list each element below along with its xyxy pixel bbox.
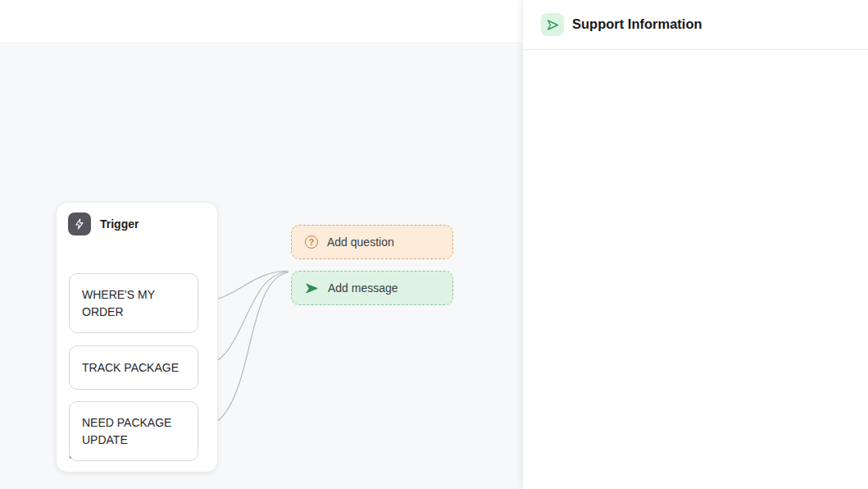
keyword-chip-wheres-my-order[interactable]: WHERE'S MY ORDER (69, 273, 198, 333)
trigger-header: Trigger (68, 213, 139, 235)
keyword-chip-track-package[interactable]: TRACK PACKAGE (69, 345, 198, 390)
send-icon (541, 13, 564, 36)
keyword-chip-need-package-update[interactable]: NEED PACKAGE UPDATE (69, 401, 198, 461)
add-message-label: Add message (328, 281, 398, 295)
add-message-button[interactable]: Add message (291, 271, 453, 305)
trigger-title: Trigger (100, 217, 139, 231)
send-icon (305, 281, 319, 295)
top-bar (0, 0, 522, 43)
support-information-panel: Support Information Information Internal… (522, 0, 868, 489)
add-question-button[interactable]: ? Add question (291, 225, 453, 259)
canvas-area: Trigger 3 Keywords WHERE'S MY ORDER TRAC… (0, 0, 522, 489)
workflow-builder: Trigger 3 Keywords WHERE'S MY ORDER TRAC… (0, 0, 868, 489)
add-question-label: Add question (327, 235, 394, 249)
lightning-icon (68, 213, 91, 235)
trigger-node[interactable]: Trigger 3 Keywords WHERE'S MY ORDER TRAC… (56, 202, 218, 473)
panel-title: Support Information (572, 16, 702, 32)
question-icon: ? (305, 235, 318, 249)
